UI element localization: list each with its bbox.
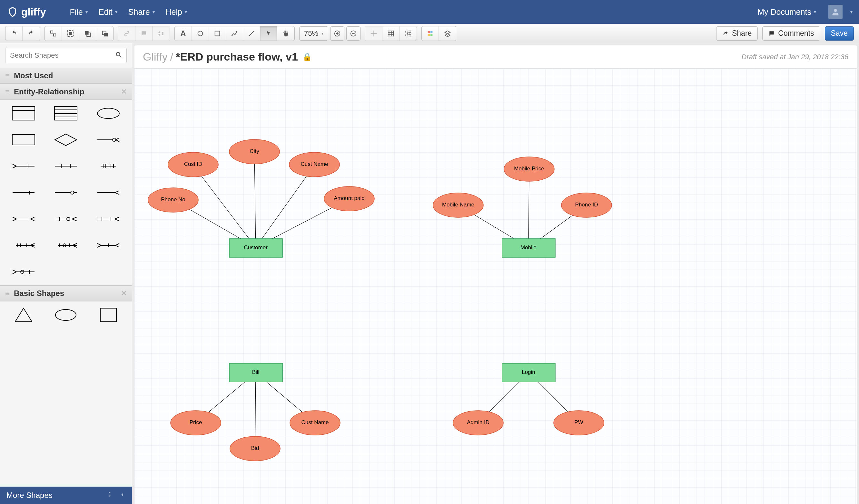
- snap-object-button[interactable]: [365, 27, 382, 41]
- share-button[interactable]: Share: [716, 27, 758, 41]
- attr-bill-cust-name[interactable]: Cust Name: [301, 419, 329, 425]
- shape-tick-tick-crow[interactable]: [92, 210, 124, 227]
- menu-edit[interactable]: Edit▾: [94, 5, 122, 19]
- more-shapes-link[interactable]: More Shapes: [6, 491, 52, 500]
- shape-relationship[interactable]: [50, 131, 82, 148]
- svg-rect-3: [69, 32, 72, 35]
- send-back-button[interactable]: [96, 27, 113, 41]
- collapse-icon[interactable]: [119, 491, 125, 500]
- undo-button[interactable]: [5, 27, 22, 41]
- attr-mobile-price[interactable]: Mobile Price: [514, 166, 544, 172]
- attr-cust-name[interactable]: Cust Name: [301, 161, 328, 167]
- section-most-used[interactable]: ≡ Most Used: [0, 68, 132, 84]
- shape-crow-both[interactable]: [8, 210, 39, 227]
- attr-bid[interactable]: Bid: [251, 445, 259, 451]
- close-icon[interactable]: ✕: [121, 88, 127, 96]
- doc-title[interactable]: *ERD purchase flow, v1: [176, 50, 298, 63]
- breadcrumb-root[interactable]: Gliffy: [143, 50, 168, 63]
- caret-icon[interactable]: ▾: [850, 9, 853, 15]
- document-header: Gliffy / *ERD purchase flow, v1 🔒 Draft …: [134, 45, 857, 68]
- menubar: gliffy File▾ Edit▾ Share▾ Help▾ My Docum…: [0, 0, 859, 24]
- attr-pw[interactable]: PW: [574, 419, 583, 425]
- attr-amount-paid[interactable]: Amount paid: [334, 195, 364, 201]
- shape-entity[interactable]: [8, 105, 39, 122]
- entity-login[interactable]: Login: [522, 369, 535, 375]
- shape-line-tick[interactable]: [8, 184, 39, 201]
- link-button[interactable]: [118, 27, 135, 41]
- shape-square[interactable]: [92, 306, 124, 323]
- shape-line-crow[interactable]: [92, 184, 124, 201]
- logo[interactable]: gliffy: [6, 6, 46, 18]
- zoom-in-button[interactable]: [330, 27, 344, 41]
- toolbar: A 75%▾ Share Comments Save: [0, 24, 859, 43]
- shape-many-tick-crow[interactable]: [8, 237, 39, 254]
- shape-tick-circle-tick-crow[interactable]: [50, 237, 82, 254]
- pan-tool-button[interactable]: [277, 27, 295, 41]
- layers-button[interactable]: [439, 27, 456, 41]
- svg-rect-20: [428, 31, 430, 33]
- svg-point-32: [97, 108, 119, 119]
- shape-entity-rows[interactable]: [50, 105, 82, 122]
- shape-rect[interactable]: [8, 131, 39, 148]
- redo-button[interactable]: [22, 27, 40, 41]
- shape-one-one[interactable]: [50, 158, 82, 175]
- popup-button[interactable]: [152, 27, 170, 41]
- save-button[interactable]: Save: [825, 27, 854, 41]
- rect-tool-button[interactable]: [209, 27, 226, 41]
- connector-tool-button[interactable]: [226, 27, 243, 41]
- attr-mobile-name[interactable]: Mobile Name: [442, 202, 474, 208]
- guides-button[interactable]: [400, 27, 417, 41]
- attr-city[interactable]: City: [250, 148, 259, 154]
- snap-grid-button[interactable]: [382, 27, 400, 41]
- attr-admin-id[interactable]: Admin ID: [467, 419, 489, 425]
- menu-help[interactable]: Help▾: [161, 5, 192, 19]
- section-entity-relationship[interactable]: ≡ Entity-Relationship ✕: [0, 84, 132, 100]
- group-button[interactable]: [62, 27, 79, 41]
- lock-icon[interactable]: 🔒: [302, 52, 312, 62]
- menu-share[interactable]: Share▾: [124, 5, 159, 19]
- zoom-out-button[interactable]: [346, 27, 361, 41]
- shape-crow-circle-tick[interactable]: [8, 264, 39, 280]
- attr-price[interactable]: Price: [190, 419, 202, 425]
- menu-file[interactable]: File▾: [65, 5, 92, 19]
- zoom-out-icon: [350, 30, 357, 37]
- svg-line-38: [116, 140, 119, 142]
- avatar[interactable]: [828, 5, 843, 19]
- bring-front-button[interactable]: [79, 27, 96, 41]
- text-tool-button[interactable]: A: [175, 27, 192, 41]
- canvas[interactable]: Phone No Cust ID City Cust Name Amount p…: [134, 68, 857, 504]
- section-basic-shapes[interactable]: ≡ Basic Shapes ✕: [0, 285, 132, 301]
- ellipse-tool-button[interactable]: [192, 27, 209, 41]
- theme-button[interactable]: [422, 27, 439, 41]
- line-tool-button[interactable]: [243, 27, 260, 41]
- entity-mobile[interactable]: Mobile: [521, 245, 537, 251]
- attr-cust-id[interactable]: Cust ID: [184, 161, 202, 167]
- shape-attribute[interactable]: [92, 105, 124, 122]
- ungroup-button[interactable]: [45, 27, 62, 41]
- attr-phone-id[interactable]: Phone ID: [575, 202, 598, 208]
- note-button[interactable]: [135, 27, 152, 41]
- svg-line-61: [13, 219, 16, 221]
- shape-oval[interactable]: [50, 306, 82, 323]
- pointer-tool-button[interactable]: [260, 27, 277, 41]
- attr-phone-no[interactable]: Phone No: [161, 196, 185, 203]
- zoom-dropdown[interactable]: 75%▾: [299, 27, 328, 41]
- close-icon[interactable]: ✕: [121, 289, 127, 298]
- entity-bill[interactable]: Bill: [252, 369, 259, 375]
- caret-icon: ▾: [321, 31, 323, 36]
- shape-one-to-many[interactable]: [92, 131, 124, 148]
- shape-line-circle[interactable]: [50, 184, 82, 201]
- shape-crow-tick-crow[interactable]: [92, 237, 124, 254]
- entity-customer[interactable]: Customer: [244, 245, 268, 251]
- save-status: Draft saved at Jan 29, 2018 22:36: [742, 53, 848, 61]
- shape-triangle[interactable]: [8, 306, 39, 323]
- shape-crow-left[interactable]: [8, 158, 39, 175]
- er-shapes-grid: [0, 100, 132, 285]
- resize-icon[interactable]: [107, 491, 115, 500]
- comments-button[interactable]: Comments: [762, 27, 820, 41]
- search-input[interactable]: [5, 48, 127, 63]
- my-documents-link[interactable]: My Documents▾: [753, 5, 820, 19]
- shape-tick-circle-crow[interactable]: [50, 210, 82, 227]
- shape-many-many[interactable]: [92, 158, 124, 175]
- search-icon[interactable]: [115, 51, 122, 60]
